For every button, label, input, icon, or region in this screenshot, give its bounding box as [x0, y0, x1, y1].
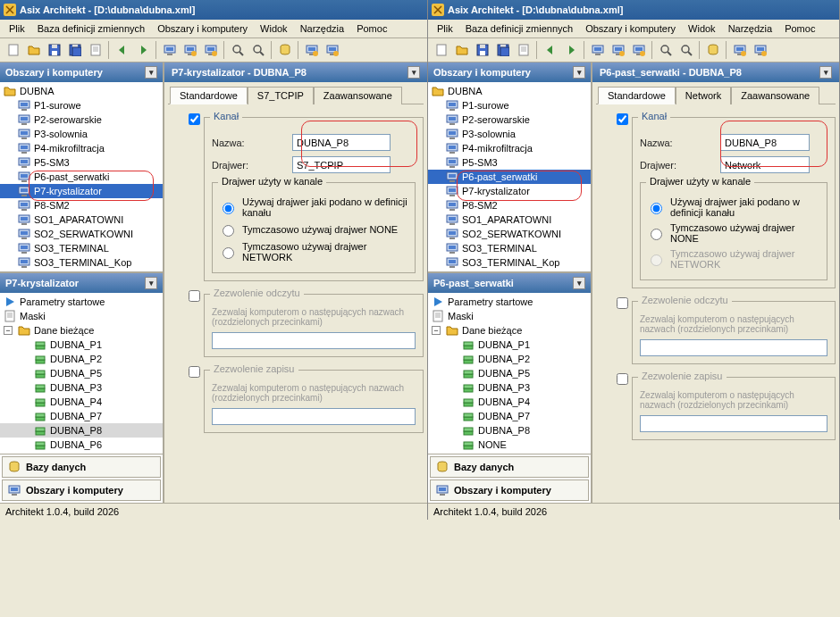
- tree-root[interactable]: DUBNA: [0, 84, 163, 98]
- zod-checkbox[interactable]: [617, 297, 628, 309]
- tree-item[interactable]: SO3_TERMINAL_Kop: [428, 255, 591, 270]
- tb-db[interactable]: [703, 40, 723, 60]
- menu-obszary[interactable]: Obszary i komputery: [582, 21, 679, 36]
- tab-standardowe[interactable]: Standardowe: [170, 87, 248, 104]
- tree-item[interactable]: SO3_TERMINAL_Kop: [0, 255, 163, 270]
- tb-pc1[interactable]: [588, 40, 608, 60]
- tab-zaawansowane[interactable]: Zaawansowane: [314, 87, 402, 104]
- nav-obszary[interactable]: Obszary i komputery: [430, 479, 589, 501]
- radio-network[interactable]: [223, 247, 234, 259]
- tb-x2[interactable]: [323, 40, 342, 60]
- dane-item[interactable]: DUBNA_P3: [428, 380, 591, 395]
- menu-pomoc[interactable]: Pomoc: [781, 21, 819, 36]
- tb-new[interactable]: [432, 40, 451, 60]
- tb-x1[interactable]: [302, 40, 322, 60]
- input-drajwer[interactable]: [720, 156, 810, 173]
- dane-item[interactable]: DUBNA_P5: [428, 366, 591, 380]
- tree-root[interactable]: DUBNA: [428, 84, 591, 98]
- dane-item[interactable]: DUBNA_P3: [0, 380, 163, 395]
- tree-item[interactable]: SO1_APARATOWNI: [428, 213, 591, 227]
- tb-pc1[interactable]: [160, 40, 180, 60]
- node-dane[interactable]: Dane bieżące: [34, 325, 94, 336]
- input-zod[interactable]: [640, 339, 827, 356]
- tree-item[interactable]: P3-solownia: [428, 127, 591, 141]
- tree-item[interactable]: P6-past_serwatki: [428, 170, 591, 184]
- tree-item[interactable]: P8-SM2: [0, 198, 163, 213]
- tb-pc3[interactable]: [629, 40, 649, 60]
- tree-item[interactable]: P4-mikrofiltracja: [0, 141, 163, 155]
- tree-item[interactable]: P7-krystalizator: [428, 184, 591, 198]
- tree-item[interactable]: P3-solownia: [0, 127, 163, 141]
- tb-zoom2[interactable]: [248, 40, 268, 60]
- input-drajwer[interactable]: [292, 156, 391, 173]
- dane-item[interactable]: DUBNA_P1: [0, 338, 163, 352]
- menu-widok[interactable]: Widok: [256, 21, 291, 36]
- kanal-checkbox[interactable]: [617, 113, 628, 125]
- node-start[interactable]: Parametry startowe: [20, 296, 105, 307]
- tb-zoom[interactable]: [656, 40, 676, 60]
- menu-baza[interactable]: Baza definicji zmiennych: [34, 21, 148, 36]
- collapse-icon[interactable]: ▾: [145, 277, 157, 289]
- tb-pc3[interactable]: [201, 40, 221, 60]
- nav-bazy-danych[interactable]: Bazy danych: [2, 456, 161, 478]
- collapse-icon[interactable]: ▾: [573, 277, 585, 289]
- tree-item[interactable]: P8-SM2: [428, 198, 591, 213]
- radio-none[interactable]: [651, 229, 662, 240]
- tree-item[interactable]: P6-past_serwatki: [0, 170, 163, 184]
- node-maski[interactable]: Maski: [448, 311, 474, 321]
- tb-saveall[interactable]: [65, 40, 85, 60]
- dane-item[interactable]: DUBNA_P8: [428, 423, 591, 438]
- tb-open[interactable]: [24, 40, 44, 60]
- detail-tree[interactable]: Parametry startowe Maski −Dane bieżące D…: [428, 293, 591, 454]
- tb-zoom[interactable]: [228, 40, 248, 60]
- nav-bazy-danych[interactable]: Bazy danych: [430, 456, 589, 478]
- tree-item[interactable]: P1-surowe: [428, 98, 591, 113]
- tree-item[interactable]: SO3_TERMINAL: [0, 241, 163, 255]
- input-zod[interactable]: [212, 332, 416, 349]
- node-maski[interactable]: Maski: [20, 311, 46, 321]
- kanal-checkbox[interactable]: [189, 113, 200, 125]
- zza-checkbox[interactable]: [617, 373, 628, 385]
- tree-item[interactable]: P1-surowe: [0, 98, 163, 113]
- zza-checkbox[interactable]: [189, 366, 200, 378]
- nav-obszary[interactable]: Obszary i komputery: [2, 479, 161, 501]
- input-nazwa[interactable]: [720, 134, 810, 151]
- tb-back[interactable]: [113, 40, 132, 60]
- radio-def[interactable]: [651, 203, 662, 214]
- dane-item[interactable]: DUBNA_P7: [428, 409, 591, 423]
- tree-item[interactable]: SO3_TERMINAL: [428, 241, 591, 255]
- node-start[interactable]: Parametry startowe: [448, 296, 533, 307]
- tb-doc[interactable]: [86, 40, 105, 60]
- tb-pc2[interactable]: [181, 40, 200, 60]
- dane-item[interactable]: NONE: [428, 438, 591, 452]
- tree-item[interactable]: P2-serowarskie: [428, 113, 591, 127]
- tb-x2[interactable]: [751, 40, 770, 60]
- tab-standardowe[interactable]: Standardowe: [598, 87, 676, 104]
- menu-pomoc[interactable]: Pomoc: [353, 21, 391, 36]
- tb-fwd[interactable]: [561, 40, 581, 60]
- input-zza[interactable]: [212, 408, 416, 425]
- tb-saveall[interactable]: [493, 40, 513, 60]
- menu-narzedzia[interactable]: Narzędzia: [725, 21, 777, 36]
- tb-back[interactable]: [541, 40, 560, 60]
- tb-doc[interactable]: [514, 40, 533, 60]
- tb-zoom2[interactable]: [676, 40, 696, 60]
- menu-plik[interactable]: Plik: [433, 21, 457, 36]
- tb-save[interactable]: [473, 40, 492, 60]
- tree-item[interactable]: P5-SM3: [0, 155, 163, 170]
- input-zza[interactable]: [640, 415, 827, 432]
- radio-none[interactable]: [223, 225, 234, 237]
- areas-tree[interactable]: DUBNAP1-suroweP2-serowarskieP3-solowniaP…: [0, 82, 163, 273]
- collapse-icon[interactable]: −: [432, 326, 441, 335]
- menu-plik[interactable]: Plik: [5, 21, 29, 36]
- node-dane[interactable]: Dane bieżące: [462, 325, 522, 336]
- dane-item[interactable]: DUBNA_P2: [0, 352, 163, 366]
- collapse-icon[interactable]: ▾: [573, 66, 585, 79]
- collapse-icon[interactable]: ▾: [145, 66, 157, 79]
- tree-item[interactable]: SO2_SERWATKOWNI: [0, 227, 163, 241]
- collapse-icon[interactable]: ▾: [819, 66, 832, 79]
- dane-item[interactable]: DUBNA_P5: [0, 366, 163, 380]
- tb-new[interactable]: [4, 40, 23, 60]
- zod-checkbox[interactable]: [189, 290, 200, 302]
- tb-x1[interactable]: [730, 40, 750, 60]
